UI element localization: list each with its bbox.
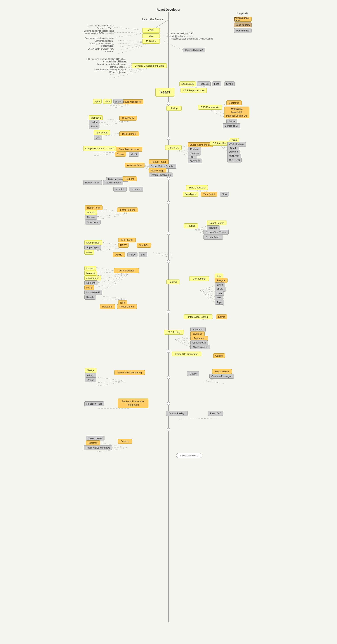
npm-scripts-node: npm scripts: [94, 130, 110, 135]
html-label1: Learn the basics of HTML ·: [82, 24, 114, 27]
css-preprocessors-node: CSS Preprocessors: [181, 88, 207, 93]
build-tools-node: Build Tools: [119, 116, 137, 120]
js-label5: ECMA Script 6+, learn new features ·: [82, 48, 114, 52]
less-node: Less: [212, 82, 221, 86]
e2e-testing-node: E2E Testing: [164, 330, 184, 334]
redux-observable-node: Redux Observable: [149, 172, 173, 177]
css-node: CSS: [142, 34, 160, 38]
unit-testing-node: Unit Testing: [189, 276, 209, 281]
react-360-node: React 360: [208, 411, 223, 416]
aphrodite-node: Aphrodite: [188, 158, 202, 163]
tape-node: Tape: [215, 300, 224, 305]
general-dev-node: General Development Skills: [132, 63, 167, 68]
page-title: React Developer: [147, 6, 190, 13]
enzyme-node: Enzyme: [215, 278, 227, 283]
rollup-node: Rollup: [89, 120, 99, 124]
proton-native-node: Proton Native: [86, 436, 105, 440]
urql-node: urql: [139, 252, 147, 257]
mobile-node: Mobile: [187, 371, 199, 376]
integration-testing-node: Integration Testing: [184, 314, 212, 319]
semantic-ui-node: Semantic UI: [223, 124, 240, 128]
redux-persist-node: Redux Persist: [83, 180, 102, 185]
ramda-node: Ramda: [84, 295, 96, 300]
virtual-reality-node: Virtual Reality: [166, 411, 188, 416]
sinon-node: Sinon: [215, 282, 225, 287]
moment-node: Moment: [84, 271, 97, 276]
form-helpers-node: Form Helpers: [117, 208, 138, 212]
testing-node: Testing: [166, 280, 179, 284]
immutablejs-node: ImmutableJS: [84, 290, 102, 295]
gen-label6: Design patterns ·: [82, 71, 126, 74]
circle-10: [167, 402, 170, 405]
numeral-node: Numeral: [84, 280, 98, 285]
reselect-node: reselect: [129, 187, 143, 192]
react-node: React: [155, 88, 174, 96]
gen-label5: Data Structures and Algorithms ·: [82, 68, 126, 71]
mindmap-canvas: React Developer Legends Personal must kn…: [81, 0, 256, 644]
react-router-node: React-Router: [207, 220, 226, 225]
react-native-windows-node: React Native Windows: [84, 445, 112, 450]
flow-node: Flow: [220, 192, 229, 196]
css-label2: · · Grid and Flexbox: [167, 35, 186, 37]
styling-node: Styling: [166, 106, 182, 111]
circle-5: [167, 232, 170, 235]
circle-4: [167, 201, 170, 204]
formik-node: Formik: [85, 210, 97, 215]
graphql-node: GraphQL: [137, 243, 151, 248]
ava-node: AVA: [215, 296, 223, 300]
react-native-node: React Native: [212, 369, 232, 374]
gen-label3: Learn to search for solutions ·: [82, 63, 126, 66]
redux-thunk-node: Redux Thunk: [149, 160, 169, 164]
html-label3: Dividing page into sections and structur…: [82, 30, 114, 34]
ssr-node: Server Side Rendering: [114, 370, 145, 375]
routing-node: Routing: [184, 224, 198, 228]
utility-libraries-node: Utility Libraries: [114, 268, 139, 273]
materialize-node: MaterializeMaterialUIMaterial Design Lit…: [224, 106, 249, 118]
npm-node: npm: [93, 99, 102, 104]
legend-personal: Personal must know: [234, 17, 251, 22]
helpers-node: Helpers: [123, 176, 137, 181]
selenium-node: Selenium: [190, 327, 206, 332]
karma-node: Karma: [216, 314, 227, 319]
gen-label4: Terminal usage ·: [82, 66, 126, 68]
parcel-node: Parcel: [89, 124, 99, 129]
bulma-node: Bulma: [226, 119, 237, 124]
circle-1: [167, 102, 170, 105]
proptypes-node: PropTypes: [183, 192, 198, 196]
circle-11: [167, 428, 170, 432]
jest-node: Jest: [215, 274, 223, 278]
redux-form-node: Redux Form: [85, 205, 103, 210]
classnames-node: classnames: [84, 276, 101, 280]
reach-router-node: Reach Router: [203, 235, 223, 240]
html-label2: Semantic HTML ·: [82, 27, 114, 30]
css-label1: · · Learn the basics of CSS: [167, 32, 193, 35]
keep-learning-node: Keep Learning ;): [176, 453, 202, 458]
yarn-node: Yarn: [103, 99, 112, 104]
legend: Legends Personal must know Good to know …: [234, 12, 251, 34]
rematch-node: rematch: [113, 187, 127, 192]
connections-svg: [81, 0, 256, 644]
react-on-rails-node: React on Rails: [84, 402, 104, 406]
styled-components-node: Styled Components: [188, 142, 213, 147]
task-runners-node: Task Runners: [119, 132, 139, 136]
cypress-node: Cypress: [190, 332, 205, 336]
typescript-node: TypeScript: [201, 192, 217, 196]
bootstrap-node: Bootstrap: [226, 100, 242, 105]
electron-node: Electron: [86, 440, 100, 445]
html-node: HTML: [142, 28, 160, 33]
react-intl-node: React Intl: [100, 304, 115, 309]
cucumber-node: Cucumber.js: [190, 340, 208, 345]
state-management-node: State Management: [116, 147, 142, 152]
gen-label2: HTTP/HTTPS protocol ·: [82, 60, 126, 63]
fetch-node: fetch (native): [84, 240, 102, 245]
gatsby-node: Gatsby: [213, 353, 225, 358]
css-label3: · · Responsive Web Design and Media Quer…: [167, 38, 213, 40]
rogue-node: Rogue: [85, 378, 96, 382]
redux-phoenix-node: Redux Phoenix: [103, 180, 123, 185]
circle-8: [167, 350, 170, 353]
redux-first-router-node: Redux-First Router: [203, 230, 229, 234]
personal-must-know-swatch: Personal must know: [234, 17, 251, 22]
cordova-node: Cordova/Phonegap: [209, 374, 234, 379]
static-site-gen-node: Static Site Generator: [172, 352, 201, 356]
chai-node: Chai: [215, 291, 224, 296]
